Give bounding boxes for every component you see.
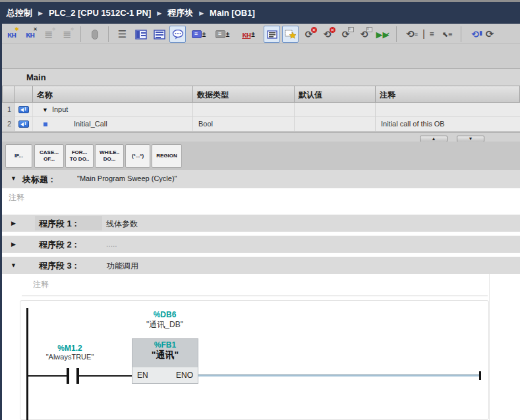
tia-portal-lad-editor: 总控制 ▶ PLC_2 [CPU 1512C-1 PN] ▶ 程序块 ▶ Mai… xyxy=(0,0,520,420)
expand-boxes-icon[interactable]: ± xyxy=(188,26,210,43)
breadcrumb-arrow-icon: ▶ xyxy=(157,10,161,16)
contact-symbol[interactable]: "AlwaysTRUE" xyxy=(42,353,98,361)
collapse-boxes-icon[interactable]: ± xyxy=(212,26,233,43)
network-1-header[interactable]: ▶ 程序段 1 : 线体参数 xyxy=(2,215,520,232)
param-name: Initial_Call xyxy=(51,120,107,128)
fb-call-box[interactable]: %FB1 "通讯" EN ENO xyxy=(132,338,198,384)
network-1-title[interactable]: 线体参数 xyxy=(106,219,138,230)
pane-splitter[interactable]: ▲ ▼ xyxy=(2,132,520,142)
col-datatype[interactable]: 数据类型 xyxy=(193,86,295,103)
insert-network-icon[interactable]: ĸн✱ xyxy=(3,26,20,43)
refresh-interface-icon[interactable]: ⟲≡ xyxy=(356,26,372,43)
delete-network-icon[interactable]: ĸн✕ xyxy=(22,26,38,43)
update-block-call-icon[interactable]: ⟳≡ xyxy=(337,26,354,43)
table-row-input[interactable]: 1 ▼Input xyxy=(2,103,520,117)
snippet-while-button[interactable]: WHILE..DO... xyxy=(95,144,124,168)
go-to-previous-icon[interactable]: ⟲≡ xyxy=(402,26,419,43)
network-comment-view-icon[interactable] xyxy=(151,26,167,43)
redo-last-change-icon[interactable]: ⟲✕ xyxy=(319,26,335,43)
snippet-comment-button[interactable]: (*...*) xyxy=(125,144,150,168)
network-3-comment-placeholder[interactable]: 注释 xyxy=(33,279,49,290)
row-default-cell[interactable] xyxy=(295,103,376,117)
wire-eno-out xyxy=(198,375,479,377)
wire-end-tick xyxy=(479,371,481,380)
interface-table: 名称 数据类型 默认值 注释 1 ▼Input 2 Initial_Call B… xyxy=(2,86,520,132)
en-pin[interactable]: EN xyxy=(137,371,148,380)
snippet-for-button[interactable]: FOR...TO DO.. xyxy=(65,144,94,168)
row-name-cell[interactable]: ▼Input xyxy=(33,103,193,117)
block-title-row[interactable]: ▼ 块标题 : "Main Program Sweep (Cycle)" xyxy=(2,170,520,188)
row-default-cell[interactable] xyxy=(295,117,376,131)
db-symbol[interactable]: "通讯_DB" xyxy=(119,319,211,330)
breadcrumb-plc[interactable]: PLC_2 [CPU 1512C-1 PN] xyxy=(49,8,151,18)
col-default[interactable]: 默认值 xyxy=(295,86,376,103)
breadcrumb-project[interactable]: 总控制 xyxy=(7,7,32,19)
row-comment-cell[interactable] xyxy=(376,103,520,117)
block-comment-placeholder[interactable]: 注释 xyxy=(9,192,24,203)
network-3-header[interactable]: ▼ 程序段 3 : 功能调用 xyxy=(2,257,520,274)
breadcrumb-arrow-icon: ▶ xyxy=(199,10,204,16)
row-number: 1 xyxy=(2,103,14,117)
first-usage-icon[interactable]: ▏≡ xyxy=(420,26,437,43)
network-title-view-icon[interactable] xyxy=(132,26,149,43)
auto-format-icon[interactable]: ≣✧ xyxy=(40,26,57,43)
contact-address[interactable]: %M1.2 xyxy=(42,344,98,353)
expand-arrow-icon[interactable]: ▶ xyxy=(11,220,16,226)
collapse-arrow-icon[interactable]: ▼ xyxy=(11,262,16,269)
fb-address[interactable]: %FB1 xyxy=(132,340,198,350)
close-block-icon[interactable]: ⟳ xyxy=(485,26,494,43)
outline-view-icon[interactable]: ☰ xyxy=(114,26,130,43)
network-3-label: 程序段 3 : xyxy=(39,260,77,272)
open-block-icon[interactable]: ⟲▮ xyxy=(467,26,483,43)
fb-box-header: %FB1 "通讯" xyxy=(132,339,198,367)
fb-pin-row: EN ENO xyxy=(132,367,198,383)
breadcrumb: 总控制 ▶ PLC_2 [CPU 1512C-1 PN] ▶ 程序块 ▶ Mai… xyxy=(0,2,520,24)
row-comment-cell[interactable]: Initial call of this OB xyxy=(376,117,520,131)
network-2-header[interactable]: ▶ 程序段 2 : ..... xyxy=(2,236,520,253)
block-title-value[interactable]: "Main Program Sweep (Cycle)" xyxy=(77,174,177,182)
editor-toolbar: ĸн✱ ĸн✕ ≣✧ ≣✧ ☰ ± ± ĸн± ⟳✕ ⟲✕ ⟳≡ ⟲≡ ▶▶✔ … xyxy=(3,24,494,45)
snippet-if-button[interactable]: IF... xyxy=(5,144,32,168)
drag-mode-icon[interactable] xyxy=(86,26,103,43)
toolbar-separator xyxy=(396,26,397,42)
go-to-usage-icon[interactable]: ⬉≡ xyxy=(439,26,455,43)
row-datatype-cell[interactable] xyxy=(193,103,295,117)
breadcrumb-program-blocks[interactable]: 程序块 xyxy=(167,7,193,19)
snippet-region-button[interactable]: REGION xyxy=(152,144,182,168)
canvas-right-edge xyxy=(489,274,490,420)
wire-contact-to-en xyxy=(79,375,132,377)
fb-name[interactable]: "通讯" xyxy=(132,350,198,361)
breadcrumb-arrow-icon: ▶ xyxy=(38,10,43,16)
comment-separator-line xyxy=(22,296,488,296)
instance-db-operand[interactable]: %DB6 "通讯_DB" xyxy=(119,310,211,330)
favorites-icon[interactable] xyxy=(282,26,299,43)
row-datatype-cell[interactable]: Bool xyxy=(193,117,295,131)
toggle-comments-icon[interactable] xyxy=(169,26,186,43)
network-3-title[interactable]: 功能调用 xyxy=(107,261,138,272)
network-2-title[interactable]: ..... xyxy=(106,240,117,249)
expand-arrow-icon[interactable]: ▼ xyxy=(42,107,48,113)
input-param-icon xyxy=(14,117,33,131)
snippet-tab-strip: IF... CASE...OF... FOR...TO DO.. WHILE..… xyxy=(2,142,520,170)
table-row-initial-call[interactable]: 2 Initial_Call Bool Initial call of this… xyxy=(2,117,520,132)
row-number: 2 xyxy=(2,117,14,131)
contact-operand[interactable]: %M1.2 "AlwaysTRUE" xyxy=(42,344,98,361)
col-comment[interactable]: 注释 xyxy=(376,86,520,103)
eno-pin[interactable]: ENO xyxy=(176,371,193,380)
contact-left-bar[interactable] xyxy=(67,368,69,384)
breadcrumb-main-ob1[interactable]: Main [OB1] xyxy=(210,8,255,18)
consistency-check-icon[interactable]: ▶▶✔ xyxy=(374,26,391,43)
power-rail xyxy=(26,308,28,420)
db-address[interactable]: %DB6 xyxy=(119,310,211,319)
auto-format-options-icon[interactable]: ≣✧ xyxy=(59,26,75,43)
expand-arrow-icon[interactable]: ▶ xyxy=(11,241,16,248)
snippet-case-button[interactable]: CASE...OF... xyxy=(34,144,64,168)
undo-last-change-icon[interactable]: ⟳✕ xyxy=(301,26,317,43)
collapse-arrow-icon[interactable]: ▼ xyxy=(11,175,16,182)
wire-rail-to-contact xyxy=(28,375,67,377)
show-bound-operands-icon[interactable] xyxy=(264,26,280,43)
row-name-cell[interactable]: Initial_Call xyxy=(33,117,193,131)
col-name[interactable]: 名称 xyxy=(33,86,193,103)
toolbar-separator xyxy=(108,26,109,42)
absolute-symbolic-toggle-icon[interactable]: ĸн± xyxy=(235,26,262,43)
